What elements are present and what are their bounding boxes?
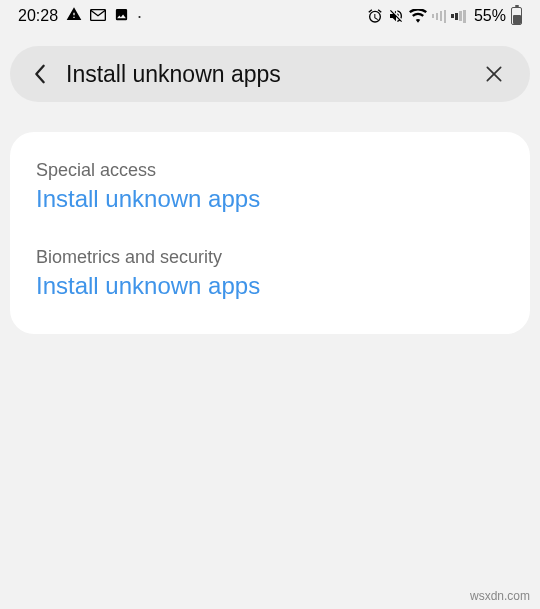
signal-icon-2 xyxy=(451,9,466,23)
result-category: Biometrics and security xyxy=(36,247,504,268)
status-left: 20:28 · xyxy=(18,6,142,26)
search-result[interactable]: Biometrics and security Install unknown … xyxy=(36,247,504,300)
alarm-icon xyxy=(367,8,383,24)
close-icon xyxy=(484,64,504,84)
battery-icon xyxy=(511,7,522,25)
status-bar: 20:28 · 55% xyxy=(0,0,540,32)
mute-icon xyxy=(388,8,404,24)
search-results-card: Special access Install unknown apps Biom… xyxy=(10,132,530,334)
signal-icon-1 xyxy=(432,9,447,23)
gmail-icon xyxy=(90,7,106,25)
watermark: wsxdn.com xyxy=(470,589,530,603)
search-input[interactable]: Install unknown apps xyxy=(58,61,476,88)
result-category: Special access xyxy=(36,160,504,181)
search-result[interactable]: Special access Install unknown apps xyxy=(36,160,504,213)
back-button[interactable] xyxy=(22,56,58,92)
result-title[interactable]: Install unknown apps xyxy=(36,272,504,300)
dot-icon: · xyxy=(137,7,142,25)
clear-button[interactable] xyxy=(476,56,512,92)
battery-percent: 55% xyxy=(474,7,506,25)
chevron-left-icon xyxy=(33,63,47,85)
status-right: 55% xyxy=(367,7,522,25)
warning-icon xyxy=(66,6,82,26)
status-time: 20:28 xyxy=(18,7,58,25)
result-title[interactable]: Install unknown apps xyxy=(36,185,504,213)
image-icon xyxy=(114,7,129,26)
search-bar[interactable]: Install unknown apps xyxy=(10,46,530,102)
wifi-icon xyxy=(409,9,427,23)
